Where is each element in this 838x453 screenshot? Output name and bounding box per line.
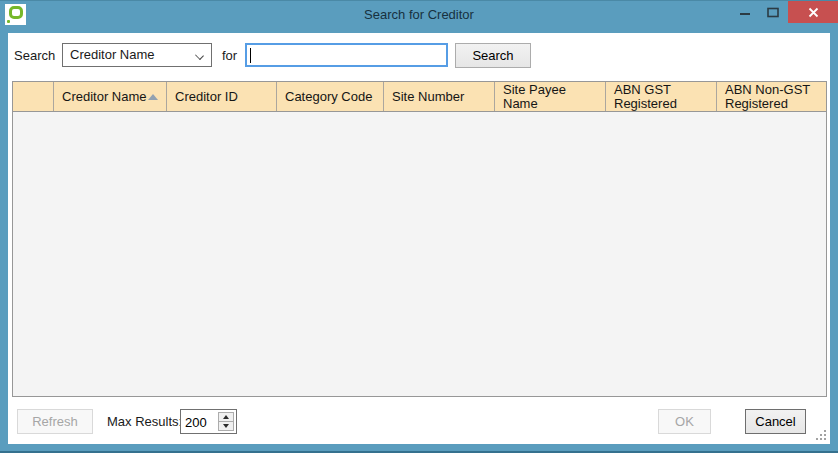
- search-field-selected-value: Creditor Name: [70, 47, 155, 62]
- close-button[interactable]: [788, 1, 838, 23]
- window-title: Search for Creditor: [0, 7, 838, 22]
- arrow-down-icon: [223, 424, 229, 428]
- search-row: Search Creditor Name for Search: [8, 43, 830, 68]
- sort-ascending-icon: [148, 94, 158, 100]
- resize-grip[interactable]: [814, 428, 828, 442]
- grid-body-empty: [13, 112, 826, 396]
- maximize-icon: [767, 7, 779, 18]
- column-header-category-code[interactable]: Category Code: [277, 82, 384, 111]
- resize-grip-icon: [814, 428, 828, 442]
- column-header-abn-non-gst-registered[interactable]: ABN Non-GST Registered: [717, 82, 826, 111]
- column-header-site-number[interactable]: Site Number: [384, 82, 495, 111]
- max-results-input[interactable]: [181, 410, 218, 433]
- search-query-input[interactable]: [245, 43, 448, 67]
- ok-button[interactable]: OK: [658, 409, 711, 434]
- text-cursor: [250, 48, 251, 63]
- column-header-row-selector: [13, 82, 54, 111]
- grid-header-row: Creditor Name Creditor ID Category Code …: [13, 82, 826, 112]
- spinner-up-button[interactable]: [219, 413, 233, 422]
- search-button[interactable]: Search: [455, 43, 531, 68]
- arrow-up-icon: [223, 415, 229, 419]
- footer-bar: Refresh Max Results: OK Cancel: [8, 409, 830, 434]
- chevron-down-icon: [195, 51, 204, 60]
- max-results-spinner: [180, 409, 237, 434]
- column-header-abn-gst-registered[interactable]: ABN GST Registered: [606, 82, 717, 111]
- maximize-button[interactable]: [760, 1, 786, 23]
- for-label: for: [222, 43, 237, 68]
- spinner-down-button[interactable]: [219, 422, 233, 430]
- spinner-buttons: [218, 412, 234, 431]
- minimize-button[interactable]: [732, 1, 758, 23]
- close-icon: [808, 7, 819, 18]
- results-grid: Creditor Name Creditor ID Category Code …: [12, 81, 827, 397]
- column-header-creditor-name[interactable]: Creditor Name: [54, 82, 167, 111]
- search-field-dropdown[interactable]: Creditor Name: [62, 43, 212, 67]
- refresh-button[interactable]: Refresh: [17, 409, 93, 434]
- column-header-site-payee-name[interactable]: Site Payee Name: [495, 82, 606, 111]
- search-for-creditor-dialog: Search for Creditor Search Creditor Name…: [0, 0, 838, 453]
- minimize-icon: [739, 6, 751, 18]
- titlebar[interactable]: Search for Creditor: [0, 1, 838, 32]
- search-label: Search: [14, 43, 55, 68]
- column-header-creditor-id[interactable]: Creditor ID: [167, 82, 277, 111]
- cancel-button[interactable]: Cancel: [745, 409, 806, 434]
- max-results-label: Max Results:: [107, 409, 182, 434]
- dialog-body: Search Creditor Name for Search Creditor…: [8, 33, 830, 444]
